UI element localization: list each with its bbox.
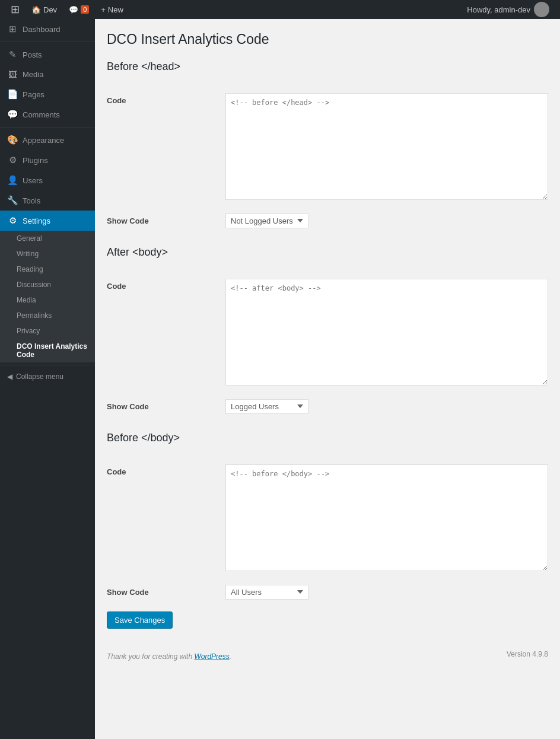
adminbar-user[interactable]: Howdy, admin-dev bbox=[461, 2, 555, 17]
wordpress-link[interactable]: WordPress bbox=[194, 652, 229, 661]
admin-sidebar: ⊞ Dashboard ✎ Posts 🖼 Media 📄 Pages 💬 Co… bbox=[0, 19, 95, 739]
media-icon: 🖼 bbox=[7, 69, 18, 79]
sidebar-item-label: Appearance bbox=[23, 136, 64, 145]
sidebar-item-label: Posts bbox=[23, 50, 42, 59]
section1-code-label: Code bbox=[107, 87, 225, 208]
sidebar-item-label: Users bbox=[23, 176, 43, 185]
tools-icon: 🔧 bbox=[7, 195, 18, 206]
sidebar-item-pages[interactable]: 📄 Pages bbox=[0, 84, 95, 104]
section3-code-textarea[interactable] bbox=[225, 464, 548, 571]
plugins-icon: ⚙ bbox=[7, 155, 18, 165]
settings-icon: ⚙ bbox=[7, 215, 18, 226]
section2-show-code-label: Show Code bbox=[107, 393, 225, 420]
collapse-menu-button[interactable]: ◀ Collapse menu bbox=[0, 368, 95, 386]
menu-separator bbox=[0, 127, 95, 128]
submenu-item-reading[interactable]: Reading bbox=[0, 262, 95, 277]
section1-form: Code Show Code Not Logged Users Logged U… bbox=[107, 87, 548, 234]
new-label: New bbox=[108, 5, 123, 14]
admin-bar: ⊞ 🏠 Dev 💬 0 + New Howdy, admin-dev bbox=[0, 0, 560, 19]
site-name-label: Dev bbox=[43, 5, 57, 14]
sidebar-item-label: Tools bbox=[23, 196, 40, 205]
main-content: DCO Insert Analytics Code Before </head>… bbox=[95, 19, 560, 739]
submenu-item-discussion[interactable]: Discussion bbox=[0, 277, 95, 292]
comments-count-badge: 0 bbox=[81, 5, 89, 14]
pages-icon: 📄 bbox=[7, 89, 18, 100]
sidebar-item-plugins[interactable]: ⚙ Plugins bbox=[0, 150, 95, 170]
sidebar-item-label: Plugins bbox=[23, 156, 48, 165]
menu-separator bbox=[0, 42, 95, 42]
menu-separator bbox=[0, 365, 95, 365]
sidebar-item-settings[interactable]: ⚙ Settings bbox=[0, 211, 95, 231]
save-changes-button[interactable]: Save Changes bbox=[107, 611, 173, 629]
appearance-icon: 🎨 bbox=[7, 135, 18, 145]
section3-code-row: Code bbox=[107, 458, 548, 579]
sidebar-item-tools[interactable]: 🔧 Tools bbox=[0, 190, 95, 211]
collapse-label: Collapse menu bbox=[16, 372, 63, 381]
users-icon: 👤 bbox=[7, 175, 18, 186]
section1-show-code-label: Show Code bbox=[107, 208, 225, 234]
submenu-item-general[interactable]: General bbox=[0, 231, 95, 246]
content-wrap: DCO Insert Analytics Code Before </head>… bbox=[107, 31, 548, 658]
submenu-item-media[interactable]: Media bbox=[0, 292, 95, 308]
sidebar-item-label: Dashboard bbox=[23, 25, 61, 34]
section1-heading: Before </head> bbox=[107, 60, 548, 78]
adminbar-site-name[interactable]: 🏠 Dev bbox=[26, 0, 63, 19]
sidebar-item-dashboard[interactable]: ⊞ Dashboard bbox=[0, 19, 95, 39]
dashboard-icon: ⊞ bbox=[7, 24, 18, 34]
site-home-icon: 🏠 bbox=[31, 5, 41, 14]
sidebar-item-users[interactable]: 👤 Users bbox=[0, 170, 95, 190]
submenu-item-dco[interactable]: DCO Insert Analytics Code bbox=[0, 339, 95, 362]
section2-heading: After <body> bbox=[107, 246, 548, 263]
page-title: DCO Insert Analytics Code bbox=[107, 31, 548, 49]
adminbar-comments[interactable]: 💬 0 bbox=[63, 0, 95, 19]
wp-logo-icon: ⊞ bbox=[11, 3, 20, 16]
posts-icon: ✎ bbox=[7, 49, 18, 60]
sidebar-item-comments[interactable]: 💬 Comments bbox=[0, 104, 95, 125]
sidebar-item-appearance[interactable]: 🎨 Appearance bbox=[0, 130, 95, 150]
adminbar-wp-logo[interactable]: ⊞ bbox=[5, 0, 26, 19]
sidebar-item-posts[interactable]: ✎ Posts bbox=[0, 44, 95, 65]
sidebar-item-label: Pages bbox=[23, 90, 44, 99]
save-button-container: Save Changes bbox=[107, 611, 548, 629]
section3-show-code-select[interactable]: Not Logged Users Logged Users All Users bbox=[225, 585, 308, 600]
section1-show-code-row: Show Code Not Logged Users Logged Users … bbox=[107, 208, 548, 234]
sidebar-item-label: Comments bbox=[23, 110, 60, 119]
sidebar-item-label: Media bbox=[23, 70, 43, 79]
section2-show-code-select[interactable]: Not Logged Users Logged Users All Users bbox=[225, 399, 308, 414]
section2-form: Code Show Code Not Logged Users Logged U… bbox=[107, 273, 548, 420]
adminbar-new[interactable]: + New bbox=[95, 0, 129, 19]
section3-code-label: Code bbox=[107, 458, 225, 579]
comments-icon: 💬 bbox=[69, 5, 78, 14]
submenu-item-permalinks[interactable]: Permalinks bbox=[0, 308, 95, 323]
plus-icon: + bbox=[101, 5, 106, 14]
submenu-item-writing[interactable]: Writing bbox=[0, 246, 95, 262]
section1-code-textarea[interactable] bbox=[225, 93, 548, 200]
submenu-item-privacy[interactable]: Privacy bbox=[0, 323, 95, 339]
comments-icon: 💬 bbox=[7, 109, 18, 120]
section3-form: Code Show Code Not Logged Users Logged U… bbox=[107, 458, 548, 606]
section1-show-code-select[interactable]: Not Logged Users Logged Users All Users bbox=[225, 214, 308, 228]
section3-show-code-row: Show Code Not Logged Users Logged Users … bbox=[107, 579, 548, 606]
footer-static-text: Thank you for creating with bbox=[107, 652, 192, 661]
section3-show-code-label: Show Code bbox=[107, 579, 225, 606]
section3-heading: Before </body> bbox=[107, 432, 548, 449]
admin-avatar bbox=[534, 2, 549, 17]
section2-show-code-row: Show Code Not Logged Users Logged Users … bbox=[107, 393, 548, 420]
settings-submenu: General Writing Reading Discussion Media… bbox=[0, 231, 95, 362]
sidebar-item-media[interactable]: 🖼 Media bbox=[0, 65, 95, 84]
section2-code-textarea[interactable] bbox=[225, 279, 548, 386]
collapse-icon: ◀ bbox=[7, 372, 12, 381]
section2-code-label: Code bbox=[107, 273, 225, 393]
section2-code-row: Code bbox=[107, 273, 548, 393]
sidebar-item-label: Settings bbox=[23, 216, 50, 225]
howdy-text: Howdy, admin-dev bbox=[467, 5, 530, 14]
section1-code-row: Code bbox=[107, 87, 548, 208]
